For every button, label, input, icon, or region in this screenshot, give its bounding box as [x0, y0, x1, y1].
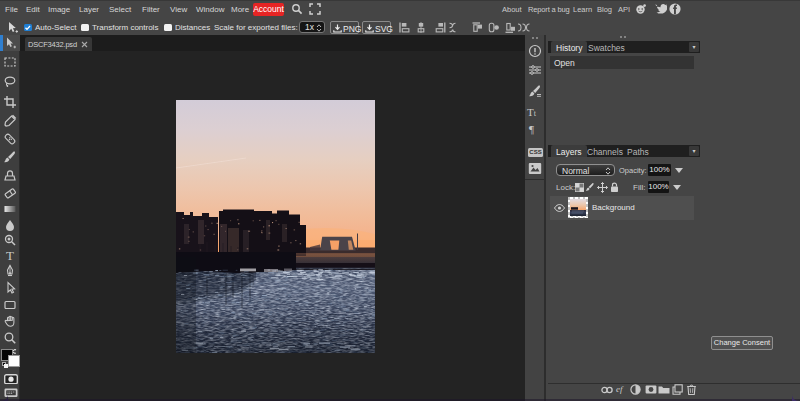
svg-text:T: T: [6, 248, 14, 262]
